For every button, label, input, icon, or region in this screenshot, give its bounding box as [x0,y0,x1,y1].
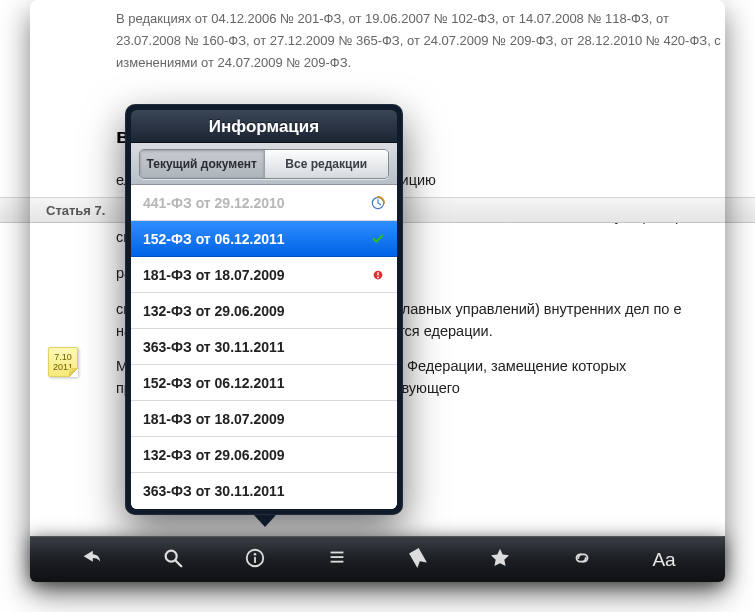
revision-label: 152-ФЗ от 06.12.2011 [143,231,285,247]
seg-all-revisions[interactable]: Все редакции [264,150,389,178]
revision-row[interactable]: 152-ФЗ от 06.12.2011 [131,221,397,257]
sticky-note-text: 7.10 2011 [49,352,77,372]
sticky-note[interactable]: 7.10 2011 [48,347,78,377]
article-label: Статья 7. [46,203,105,218]
back-arrow-icon [80,547,102,573]
revision-row[interactable]: 132-ФЗ от 29.06.2009 [131,437,397,473]
bookmark-icon [407,547,429,573]
favorite-button[interactable] [470,537,530,583]
svg-rect-9 [330,551,343,553]
status-empty [371,484,385,498]
svg-point-7 [253,553,256,556]
segmented-control-bar: Текущий документ Все редакции [131,143,397,185]
popover-title: Информация [131,110,397,143]
font-size-label: Aa [652,549,675,571]
revision-label: 132-ФЗ от 29.06.2009 [143,303,285,319]
alert-status-icon [371,268,385,282]
back-button[interactable] [61,537,121,583]
search-icon [162,547,184,573]
svg-rect-11 [330,560,343,562]
link-icon [571,547,593,573]
revisions-note: В редакциях от 04.12.2006 № 201-ФЗ, от 1… [116,8,725,74]
bottom-toolbar: Aa [30,536,725,582]
status-empty [371,412,385,426]
seg-current-document[interactable]: Текущий документ [140,150,264,178]
bookmark-button[interactable] [388,537,448,583]
info-popover: Информация Текущий документ Все редакции… [125,104,403,515]
revision-label: 441-ФЗ от 29.12.2010 [143,195,285,211]
revision-row[interactable]: 441-ФЗ от 29.12.2010 [131,185,397,221]
revision-label: 181-ФЗ от 18.07.2009 [143,267,285,283]
clock-status-icon [371,196,385,210]
status-empty [371,304,385,318]
font-size-button[interactable]: Aa [634,537,694,583]
check-status-icon [371,232,385,246]
segmented-control: Текущий документ Все редакции [139,149,389,179]
status-empty [371,448,385,462]
svg-point-3 [377,276,379,278]
revision-label: 363-ФЗ от 30.11.2011 [143,339,285,355]
info-icon [244,547,266,573]
status-empty [371,340,385,354]
star-icon [489,547,511,573]
revision-list: 441-ФЗ от 29.12.2010152-ФЗ от 06.12.2011… [131,185,397,509]
revision-label: 132-ФЗ от 29.06.2009 [143,447,285,463]
svg-line-5 [176,560,182,566]
status-empty [371,376,385,390]
revision-row[interactable]: 363-ФЗ от 30.11.2011 [131,329,397,365]
list-icon [326,547,348,573]
revision-label: 181-ФЗ от 18.07.2009 [143,411,285,427]
info-button[interactable] [225,537,285,583]
link-button[interactable] [552,537,612,583]
svg-rect-10 [330,556,343,558]
search-button[interactable] [143,537,203,583]
svg-rect-2 [377,271,378,275]
revision-label: 363-ФЗ от 30.11.2011 [143,483,285,499]
revision-row[interactable]: 181-ФЗ от 18.07.2009 [131,257,397,293]
revision-row[interactable]: 181-ФЗ от 18.07.2009 [131,401,397,437]
revision-label: 152-ФЗ от 06.12.2011 [143,375,285,391]
revision-row[interactable]: 363-ФЗ от 30.11.2011 [131,473,397,509]
svg-rect-8 [254,556,256,562]
revision-row[interactable]: 132-ФЗ от 29.06.2009 [131,293,397,329]
contents-button[interactable] [307,537,367,583]
revision-row[interactable]: 152-ФЗ от 06.12.2011 [131,365,397,401]
